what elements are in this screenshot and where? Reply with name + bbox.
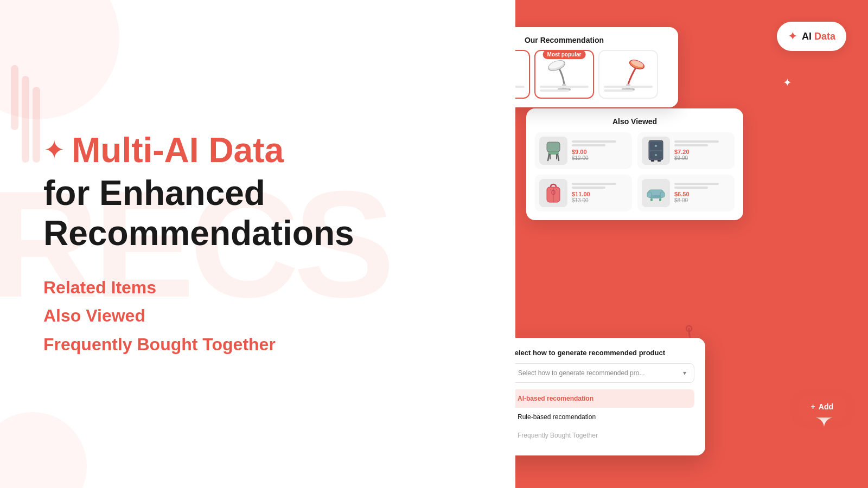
left-panel: RECS ✦ Multi-AI Data for Enhanced Recomm… [0,0,515,488]
chevron-down-icon: ▾ [683,369,686,377]
svg-rect-33 [650,198,653,201]
also-viewed-grid: $9.00 $12.00 [535,132,735,211]
av-info-1: $9.00 $12.00 [572,140,628,161]
heading-area: ✦ Multi-AI Data for Enhanced Recommendat… [43,131,472,254]
spark-icon: ✦ [43,137,65,163]
dropdown-options: AI-based recomendation Rule-based recome… [515,389,694,445]
bg-circle-1 [0,0,119,119]
select-dropdown[interactable]: Select how to generate recommended pro..… [515,363,694,383]
also-viewed-title: Also Viewed [535,117,735,126]
select-card: Select how to generate recommended produ… [515,338,705,455]
av-item-2[interactable]: $7.20 $9.00 [637,132,735,169]
recommendation-card: Our Recommendation Most popular [515,27,678,107]
svg-rect-34 [659,198,661,201]
av-price-new-3: $11.00 [572,191,628,197]
svg-point-23 [655,154,657,156]
svg-rect-13 [547,142,560,152]
svg-line-16 [558,155,559,160]
feature-list: Related Items Also Viewed Frequently Bou… [43,275,472,357]
av-info-4: $6.50 $8.00 [674,183,730,203]
av-price-new-1: $9.00 [572,149,628,155]
feature-item-2: Also Viewed [43,304,472,328]
ai-bubble-text: AI Data [802,31,835,42]
av-price-old-2: $9.00 [674,155,730,161]
also-viewed-card: Also Viewed [526,108,743,220]
rec-product-1[interactable] [515,50,530,99]
title-main-line1: for Enhanced [43,174,472,214]
svg-rect-24 [651,160,654,162]
av-item-4[interactable]: $6.50 $8.00 [637,175,735,211]
feature-item-3: Frequently Bought Together [43,332,472,357]
svg-point-22 [655,145,657,147]
av-img-chair [539,137,567,165]
option-rule-based[interactable]: Rule-based recomendation [515,408,694,426]
svg-line-15 [548,155,549,160]
av-price-old-1: $12.00 [572,155,628,161]
svg-rect-31 [647,192,652,197]
svg-rect-32 [660,192,665,197]
av-price-new-4: $6.50 [674,191,730,197]
title-main-line2: Recommendations [43,214,472,254]
select-dropdown-placeholder: Select how to generate recommended pro..… [518,369,644,377]
rec-products-row [515,50,669,99]
add-label: Add [819,402,833,411]
rec-product-3[interactable] [598,50,658,99]
av-img-bag [539,179,567,207]
add-icon: + [811,402,815,411]
right-panel: ✦ AI Data ✦ Our Recommendation Most popu… [515,0,868,488]
av-item-3[interactable]: $11.00 $13.00 [535,175,632,211]
option-frequently-bought[interactable]: Frequently Bought Together [515,426,694,445]
sparkle-small-icon: ✦ [783,76,792,89]
av-info-2: $7.20 $9.00 [674,140,730,161]
av-img-cabinet [642,137,670,165]
most-popular-badge: Most popular [543,50,586,59]
bg-circle-2 [0,412,87,488]
av-img-sofa [642,179,670,207]
feature-item-1: Related Items [43,275,472,300]
vert-bars [11,65,40,163]
add-button[interactable]: + Add [798,396,846,418]
av-price-old-4: $8.00 [674,197,730,203]
title-red-text: Multi-AI Data [72,131,284,169]
select-card-title: Select how to generate recommended produ… [515,349,694,357]
ai-data-bubble: ✦ AI Data [777,22,846,51]
rec-card-title: Our Recommendation [515,36,669,44]
av-price-old-3: $13.00 [572,197,628,203]
av-price-new-2: $7.20 [674,149,730,155]
av-item-1[interactable]: $9.00 $12.00 [535,132,632,169]
option-ai-based[interactable]: AI-based recomendation [515,389,694,408]
ai-bubble-spark-icon: ✦ [788,29,797,43]
svg-rect-25 [658,160,661,162]
av-info-3: $11.00 $13.00 [572,183,628,203]
